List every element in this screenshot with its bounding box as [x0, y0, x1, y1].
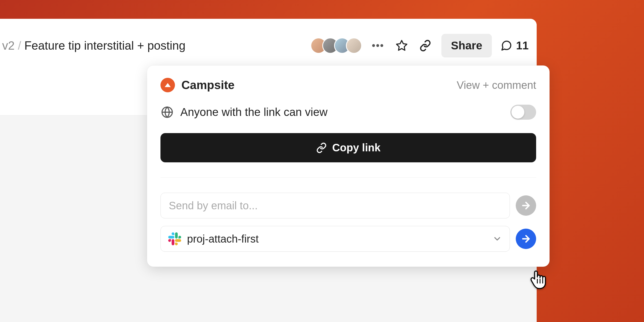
org-name: Campsite: [181, 78, 235, 92]
arrow-right-icon: [521, 200, 531, 211]
share-popup: Campsite View + comment Anyone with the …: [147, 65, 550, 267]
slack-channel-select[interactable]: proj-attach-first: [160, 226, 510, 252]
send-slack-button[interactable]: [516, 229, 536, 249]
share-button[interactable]: Share: [441, 34, 492, 57]
email-input[interactable]: [160, 193, 510, 218]
breadcrumb-folder[interactable]: v2: [2, 39, 14, 52]
public-link-label: Anyone with the link can view: [180, 106, 328, 119]
org-logo-icon: [160, 78, 175, 92]
send-email-button[interactable]: [516, 195, 536, 216]
copy-link-button[interactable]: Copy link: [160, 133, 536, 162]
breadcrumb: v2 / Feature tip interstitial + posting: [0, 39, 185, 52]
more-icon: •••: [372, 40, 384, 52]
comment-icon: [500, 40, 512, 52]
link-icon: [419, 40, 431, 52]
org-permission-row[interactable]: Campsite View + comment: [160, 78, 536, 92]
avatar[interactable]: [346, 38, 362, 54]
email-send-row: [160, 193, 536, 218]
link-button[interactable]: [418, 38, 433, 53]
chevron-down-icon: [492, 234, 502, 244]
arrow-right-icon: [521, 233, 531, 244]
link-icon: [316, 142, 327, 153]
copy-link-label: Copy link: [332, 142, 380, 154]
globe-icon: [160, 105, 174, 119]
public-link-row: Anyone with the link can view: [160, 105, 536, 120]
divider: [160, 177, 536, 178]
page-header: v2 / Feature tip interstitial + posting …: [0, 19, 537, 72]
slack-send-row: proj-attach-first: [160, 226, 536, 252]
favorite-button[interactable]: [394, 38, 409, 53]
more-button[interactable]: •••: [371, 38, 386, 53]
star-icon: [396, 39, 408, 52]
comments-button[interactable]: 11: [500, 39, 529, 52]
slack-channel-name: proj-attach-first: [187, 233, 259, 245]
header-actions: ••• Share 11: [310, 34, 529, 57]
collaborator-avatars[interactable]: [310, 38, 362, 54]
permission-level[interactable]: View + comment: [457, 79, 536, 91]
public-link-toggle[interactable]: [510, 105, 536, 120]
page-title: Feature tip interstitial + posting: [24, 39, 185, 52]
comment-count: 11: [516, 39, 529, 52]
svg-marker-0: [396, 41, 407, 50]
slack-icon: [168, 232, 181, 245]
toggle-knob: [511, 106, 524, 119]
breadcrumb-separator: /: [18, 39, 21, 52]
